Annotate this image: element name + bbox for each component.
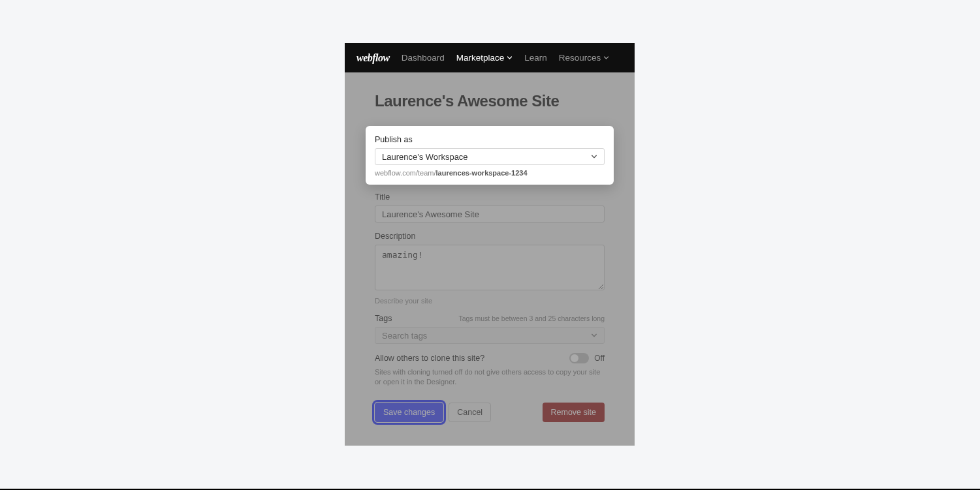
chevron-down-icon [591, 332, 597, 339]
publish-as-label: Publish as [375, 135, 605, 144]
top-nav: webflow Dashboard Marketplace Learn Reso… [345, 43, 635, 72]
page-title: Laurence's Awesome Site [375, 92, 605, 110]
nav-marketplace-label: Marketplace [456, 53, 505, 63]
publish-as-select[interactable]: Laurence's Workspace [375, 148, 605, 165]
description-textarea[interactable] [375, 245, 605, 290]
chevron-down-icon [591, 153, 597, 160]
clone-toggle[interactable] [569, 353, 589, 363]
title-field-group: Title [375, 192, 605, 222]
app-window: webflow Dashboard Marketplace Learn Reso… [345, 43, 635, 446]
description-field-group: Description Describe your site [375, 232, 605, 305]
description-helper: Describe your site [375, 297, 605, 305]
publish-url-slug: laurences-workspace-1234 [436, 169, 528, 177]
nav-dashboard[interactable]: Dashboard [402, 53, 445, 63]
actions-row: Save changes Cancel Remove site [375, 403, 605, 422]
clone-toggle-wrap: Off [569, 353, 605, 363]
page-body: Laurence's Awesome Site Publish as Laure… [345, 72, 635, 446]
chevron-down-icon [603, 55, 609, 61]
tags-select[interactable]: Search tags [375, 327, 605, 344]
nav-learn[interactable]: Learn [524, 53, 547, 63]
chevron-down-icon [507, 55, 513, 61]
clone-toggle-state: Off [594, 354, 605, 363]
publish-as-card: Publish as Laurence's Workspace webflow.… [366, 126, 614, 185]
nav-resources-label: Resources [559, 53, 601, 63]
tags-field-group: Tags Tags must be between 3 and 25 chara… [375, 314, 605, 344]
webflow-logo: webflow [356, 52, 390, 64]
clone-helper: Sites with cloning turned off do not giv… [375, 367, 605, 387]
nav-learn-label: Learn [524, 53, 547, 63]
cancel-button[interactable]: Cancel [449, 403, 491, 422]
tags-label: Tags [375, 314, 392, 323]
save-button[interactable]: Save changes [375, 403, 443, 422]
nav-marketplace[interactable]: Marketplace [456, 53, 513, 63]
description-label: Description [375, 232, 605, 241]
tags-hint: Tags must be between 3 and 25 characters… [458, 314, 605, 322]
publish-url: webflow.com/team/laurences-workspace-123… [375, 169, 605, 177]
publish-url-prefix: webflow.com/team/ [375, 169, 436, 177]
clone-row: Allow others to clone this site? Off [375, 353, 605, 363]
publish-as-value: Laurence's Workspace [382, 152, 468, 162]
nav-resources[interactable]: Resources [559, 53, 610, 63]
title-label: Title [375, 192, 605, 202]
toggle-knob [571, 354, 578, 362]
title-input[interactable] [375, 206, 605, 222]
nav-dashboard-label: Dashboard [402, 53, 445, 63]
actions-left: Save changes Cancel [375, 403, 491, 422]
clone-label: Allow others to clone this site? [375, 354, 484, 363]
remove-site-button[interactable]: Remove site [543, 403, 605, 422]
tags-placeholder: Search tags [382, 331, 427, 341]
